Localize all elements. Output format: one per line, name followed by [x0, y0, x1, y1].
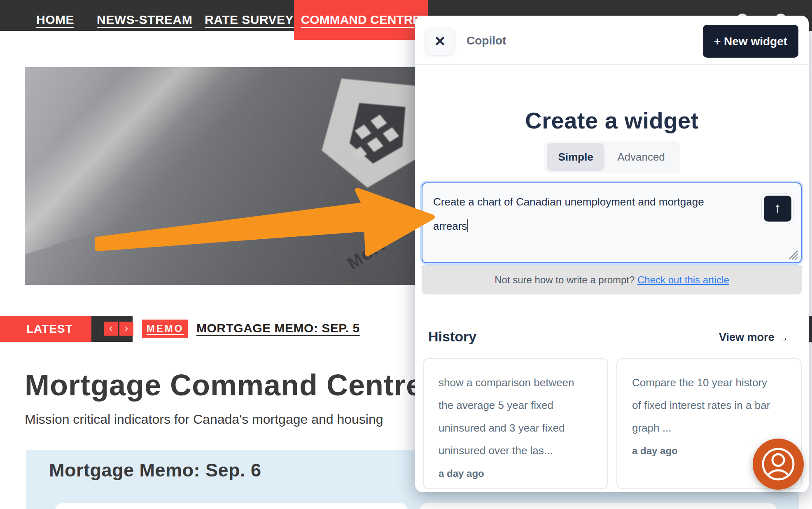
copilot-panel: ✕ Copilot + New widget Create a widget S… [415, 16, 809, 492]
create-widget-heading: Create a widget [415, 107, 809, 134]
history-card-1[interactable]: show a comparison between the average 5 … [423, 358, 608, 489]
latest-label: LATEST [0, 316, 91, 342]
tab-simple[interactable]: Simple [547, 143, 604, 171]
hint-text: Not sure how to write a prompt? [495, 274, 637, 285]
screen: HOME NEWS-STREAM RATE SURVEY TOOLS ABOUT… [0, 0, 812, 509]
prompt-hint-bar: Not sure how to write a prompt? Check ou… [422, 265, 802, 294]
prompt-text: Create a chart of Canadian unemployment … [433, 190, 738, 238]
nav-item-home[interactable]: HOME [36, 13, 74, 27]
prompt-line-1: Create a chart of Canadian unemployment … [433, 190, 738, 214]
hero-image: Mort [25, 67, 415, 285]
avatar-fab-button[interactable] [753, 439, 804, 490]
prompt-textarea[interactable]: Create a chart of Canadian unemployment … [422, 182, 802, 263]
nav-item-news-stream[interactable]: NEWS-STREAM [97, 13, 192, 27]
page-title: Mortgage Command Centre [25, 368, 415, 402]
memo-badge[interactable]: MEMO [142, 320, 188, 338]
close-icon[interactable]: ✕ [425, 28, 455, 56]
tab-advanced[interactable]: Advanced [604, 143, 678, 171]
nav-item-rate-survey[interactable]: RATE SURVEY [205, 13, 294, 27]
hero-shield-logo [313, 72, 415, 202]
view-more-link[interactable]: View more → [719, 331, 789, 344]
copilot-title: Copilot [467, 16, 506, 64]
new-widget-button[interactable]: + New widget [703, 25, 798, 58]
ticker-controls: ‹ › [91, 316, 133, 342]
resize-handle[interactable] [788, 250, 798, 260]
hint-article-link[interactable]: Check out this article [637, 274, 729, 285]
ticker-prev-button[interactable]: ‹ [104, 322, 118, 336]
memo-card [55, 503, 408, 509]
send-arrow-button[interactable]: ↑ [764, 196, 791, 222]
nav-item-command-centre-active[interactable]: COMMAND CENTRE [294, 0, 428, 40]
page-subtitle: Mission critical indicators for Canada's… [25, 412, 415, 427]
latest-headline-link[interactable]: MORTGAGE MEMO: SEP. 5 [196, 321, 360, 335]
copilot-panel-header: ✕ Copilot + New widget [415, 16, 809, 65]
ticker-next-button[interactable]: › [119, 322, 133, 336]
memo-section-title: Mortgage Memo: Sep. 6 [49, 460, 261, 481]
history-card-1-timestamp: a day ago [439, 468, 595, 479]
history-heading: History [428, 329, 476, 345]
prompt-line-2: arrears [433, 214, 738, 238]
mode-segmented-control: Simple Advanced [544, 141, 680, 173]
person-icon [753, 439, 804, 490]
memo-card [420, 503, 777, 509]
text-caret [467, 219, 468, 232]
nav-item-command-centre-label: COMMAND CENTRE [301, 13, 421, 27]
